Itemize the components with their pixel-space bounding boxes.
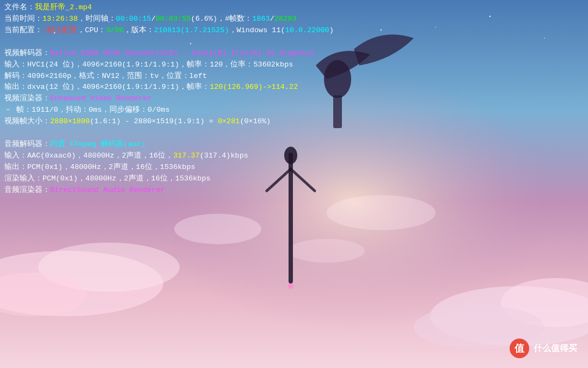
os-value: 10.0.22000 xyxy=(285,25,329,37)
decode-value: 4096×2160p，格式：NV12，范围：tv，位置：left xyxy=(27,71,207,82)
frame-size-line: 视频帧大小：2880×1800(1.6:1) - 2880×1519(1.9:1… xyxy=(4,116,584,128)
ainput-val1: AAC(0xaac0)，48000Hz，2声道，16位， xyxy=(27,150,173,162)
fsize-val2: (1.6:1) xyxy=(90,116,121,128)
vout-value-w: dxva(12 位)，4096×2160(1.9:1/1.9:1)，帧率： xyxy=(27,82,210,93)
ainput-br2: (317.4) xyxy=(200,150,231,162)
frame-sep: ，#帧数： xyxy=(217,14,252,25)
ainput-label: 输入： xyxy=(4,150,27,162)
arenderer-label: 音频渲染器： xyxy=(4,185,50,196)
total-tc: 00:03:55 xyxy=(156,14,191,25)
total-frames: 28293 xyxy=(274,14,297,25)
decode-line: 解码：4096×2160p，格式：NV12，范围：tv，位置：left xyxy=(4,71,584,82)
current-time: 13:26:38 xyxy=(42,14,78,25)
timecode-sep: ，时间轴： xyxy=(78,14,116,25)
config-label: 当前配置： xyxy=(4,25,42,37)
vout-label: 输出： xyxy=(4,82,27,93)
rinput-value: PCM(0x1)，48000Hz，2声道，16位，1536kbps xyxy=(42,173,211,185)
fsize-val3: 2880×1519(1.9:1) xyxy=(134,116,205,128)
audio-decoder-line: 音频解码器：内置 FFmpeg 解码器(aac) xyxy=(4,139,584,150)
vrenderer-label: 视频渲染器： xyxy=(4,93,50,105)
video-input-line: 输入：HVC1(24 位)，4096×2160(1.9:1/1.9:1)，帧率：… xyxy=(4,59,584,71)
adec-label: 音频解码器： xyxy=(4,139,50,150)
rinput-label: 渲染输入： xyxy=(4,173,42,185)
svg-point-8 xyxy=(174,214,261,244)
render-input-line: 渲染输入：PCM(0x1)，48000Hz，2声道，16位，1536kbps xyxy=(4,173,584,185)
aout-label: 输出： xyxy=(4,162,27,173)
config-line: 当前配置：*默认配置，CPU：3/5%，版本：210813(1.7.21525)… xyxy=(4,25,584,37)
video-renderer-line: 视频渲染器：Enhanced Video Renderer xyxy=(4,93,584,105)
vout-fps: 120(126.969)->114.22 xyxy=(210,82,298,93)
fsize-eq: = xyxy=(205,116,218,128)
decode-label: 解码： xyxy=(4,71,27,82)
video-info-overlay: 文件名：我是肝帝_2.mp4 当前时间：13:26:38，时间轴：00:00:1… xyxy=(0,0,588,198)
frame-slash: / xyxy=(270,14,274,25)
fsize-sep: - xyxy=(121,116,134,128)
vinput-value: HVC1(24 位)，4096×2160(1.9:1/1.9:1)，帧率：120… xyxy=(27,59,293,71)
arenderer-value: DirectSound Audio Renderer xyxy=(50,185,165,196)
adec-value: 内置 FFmpeg 解码器(aac) xyxy=(50,139,145,150)
frame-info-line: － 帧：1911/0，抖动：0ms，同步偏移：0/0ms xyxy=(4,105,584,116)
audio-input-line: 输入：AAC(0xaac0)，48000Hz，2声道，16位，317.37(31… xyxy=(4,150,584,162)
aout-value: PCM(0x1)，48000Hz，2声道，16位，1536kbps xyxy=(27,162,195,173)
blank-1 xyxy=(4,37,584,48)
watermark-text: 什么值得买 xyxy=(534,343,577,354)
config-star: *默认配置 xyxy=(42,25,77,37)
audio-renderer-line: 音频渲染器：DirectSound Audio Renderer xyxy=(4,185,584,196)
ver-label: ，版本： xyxy=(124,25,154,37)
watermark-logo: 值 xyxy=(510,339,529,358)
svg-point-10 xyxy=(289,239,365,263)
frame-label: － 帧： xyxy=(4,105,32,116)
cpu-value: 3/5% xyxy=(106,25,123,37)
filename-value: 我是肝帝_2.mp4 xyxy=(35,2,92,14)
svg-point-9 xyxy=(327,195,436,230)
fsize-val1: 2880×1800 xyxy=(50,116,90,128)
os-end: ) xyxy=(329,25,334,37)
frame-value: 1911/0，抖动：0ms，同步偏移：0/0ms xyxy=(32,105,169,116)
filename-line: 文件名：我是肝帝_2.mp4 xyxy=(4,2,584,14)
current-tc: 00:00:15 xyxy=(116,14,151,25)
vdec-label: 视频解码器： xyxy=(4,48,50,59)
audio-output-line: 输出：PCM(0x1)，48000Hz，2声道，16位，1536kbps xyxy=(4,162,584,173)
filename-label: 文件名： xyxy=(4,2,35,14)
cpu-label: ，CPU： xyxy=(77,25,106,37)
current-time-line: 当前时间：13:26:38，时间轴：00:00:15/00:03:55(6.6%… xyxy=(4,14,584,25)
tc-slash: / xyxy=(151,14,156,25)
ainput-bitrate: 317.37 xyxy=(173,150,200,162)
fsize-val4: 0×281 xyxy=(218,116,240,128)
time-label: 当前时间： xyxy=(4,14,42,25)
video-output-line: 输出：dxva(12 位)，4096×2160(1.9:1/1.9:1)，帧率：… xyxy=(4,82,584,93)
watermark: 值 什么值得买 xyxy=(510,339,577,358)
vdec-value: Native D3D9 DXVA Decoder(VLD) - Intel(R)… xyxy=(50,48,315,59)
ainput-br3: kbps xyxy=(230,150,248,162)
pct-value: (6.6%) xyxy=(191,14,218,25)
ver-value: 210813(1.7.21525) xyxy=(154,25,229,37)
vrenderer-value: Enhanced Video Renderer xyxy=(50,93,151,105)
svg-point-15 xyxy=(288,283,293,289)
fsize-val5: (0×16%) xyxy=(240,116,271,128)
blank-2 xyxy=(4,128,584,139)
os-label: ，Windows 11( xyxy=(229,25,285,37)
video-decoder-line: 视频解码器：Native D3D9 DXVA Decoder(VLD) - In… xyxy=(4,48,584,59)
current-frame: 1863 xyxy=(252,14,270,25)
vinput-label: 输入： xyxy=(4,59,27,71)
fsize-label: 视频帧大小： xyxy=(4,116,50,128)
